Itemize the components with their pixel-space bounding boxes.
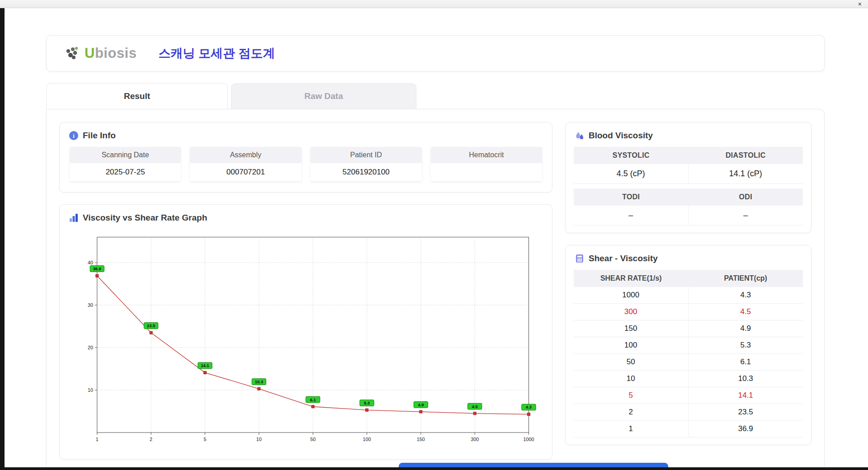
svg-text:6.1: 6.1 [310, 398, 316, 402]
column-header: SHEAR RATE(1/s) [574, 270, 689, 287]
bv-header-cell: DIASTOLIC [689, 147, 803, 164]
field-label: Hematocrit [431, 147, 542, 163]
page-title: 스캐닝 모세관 점도계 [158, 45, 275, 61]
footer-button-partial[interactable] [399, 463, 668, 467]
patient-cell: 6.1 [689, 354, 803, 371]
chart-area: 102030401251050100150300100036.923.514.1… [67, 229, 545, 452]
table-row: 514.1 [574, 387, 803, 404]
svg-text:4.5: 4.5 [472, 404, 478, 409]
calculator-icon [575, 254, 585, 263]
bv-value-cell: – [689, 206, 803, 226]
table-row: 506.1 [574, 354, 803, 371]
file-info-card: i File Info Scanning Date2025-07-25Assem… [59, 122, 552, 193]
field-label: Assembly [190, 147, 301, 163]
file-info-field: Scanning Date2025-07-25 [70, 147, 181, 181]
tab-result[interactable]: Result [46, 83, 228, 109]
patient-cell: 36.9 [689, 421, 803, 437]
svg-text:14.1: 14.1 [201, 363, 209, 368]
brand-name: Ubiosis [85, 45, 137, 61]
svg-text:1000: 1000 [524, 437, 534, 442]
graph-card: Viscosity vs Shear Rate Graph 1020304012… [59, 204, 552, 460]
svg-text:10: 10 [88, 387, 93, 393]
bv-value-row: –– [574, 206, 803, 226]
column-header: PATIENT(cp) [689, 270, 803, 287]
bv-header-cell: ODI [689, 188, 803, 206]
svg-text:100: 100 [363, 437, 371, 442]
table-row: 136.9 [574, 421, 803, 437]
patient-cell: 4.9 [689, 320, 803, 337]
patient-cell: 10.3 [689, 371, 803, 387]
bv-value-cell: 4.5 (cP) [574, 164, 689, 184]
file-info-title: File Info [83, 131, 116, 141]
patient-cell: 5.3 [689, 337, 803, 354]
shear-viscosity-card: Shear - Viscosity SHEAR RATE(1/s)PATIENT… [565, 245, 811, 445]
table-row: 223.5 [574, 404, 803, 421]
shear-rate-cell: 2 [574, 404, 689, 421]
droplet-icon [575, 131, 585, 141]
svg-text:23.5: 23.5 [147, 324, 155, 328]
svg-text:1: 1 [96, 437, 99, 442]
table-header-row: SHEAR RATE(1/s)PATIENT(cp) [574, 270, 803, 287]
svg-text:5: 5 [203, 437, 206, 442]
brand-logo: Ubiosis [64, 45, 137, 61]
field-value: 000707201 [190, 163, 301, 181]
table-row: 1010.3 [574, 371, 803, 387]
svg-text:10: 10 [256, 437, 262, 442]
field-value [431, 163, 542, 181]
blood-viscosity-grid: SYSTOLICDIASTOLIC4.5 (cP)14.1 (cP)TODIOD… [573, 147, 804, 226]
bv-value-cell: – [574, 206, 689, 226]
svg-text:5.3: 5.3 [364, 401, 370, 405]
shear-rate-cell: 100 [574, 337, 689, 354]
close-icon[interactable]: × [856, 0, 863, 8]
bv-value-cell: 14.1 (cP) [689, 164, 803, 184]
main-panel: i File Info Scanning Date2025-07-25Assem… [46, 109, 825, 467]
shear-rate-cell: 10 [574, 371, 689, 387]
tab-raw-data[interactable]: Raw Data [231, 83, 416, 109]
shear-viscosity-title: Shear - Viscosity [589, 254, 658, 263]
shear-rate-cell: 300 [574, 304, 689, 320]
bar-chart-icon [69, 213, 79, 223]
svg-text:150: 150 [417, 437, 425, 442]
patient-cell: 4.3 [689, 287, 803, 304]
field-value: 2025-07-25 [70, 163, 181, 181]
file-info-field: Assembly000707201 [190, 147, 301, 181]
brand-icon [64, 45, 80, 61]
svg-text:i: i [73, 132, 75, 139]
spacer [574, 184, 803, 188]
bv-header-row: SYSTOLICDIASTOLIC [574, 147, 803, 164]
shear-rate-cell: 1 [574, 421, 689, 437]
blood-viscosity-title: Blood Viscosity [589, 131, 653, 141]
blood-viscosity-card: Blood Viscosity SYSTOLICDIASTOLIC4.5 (cP… [565, 122, 811, 233]
svg-text:20: 20 [88, 345, 93, 350]
svg-text:4.3: 4.3 [526, 405, 532, 409]
shear-rate-cell: 5 [574, 387, 689, 404]
title-bar: × [0, 0, 868, 8]
patient-cell: 23.5 [689, 404, 803, 421]
patient-cell: 14.1 [689, 387, 803, 404]
file-info-fields: Scanning Date2025-07-25Assembly000707201… [67, 147, 545, 185]
table-row: 1005.3 [574, 337, 803, 354]
patient-cell: 4.5 [689, 304, 803, 320]
bv-header-cell: TODI [574, 188, 689, 206]
table-row: 3004.5 [574, 304, 803, 320]
viscosity-chart-svg: 102030401251050100150300100036.923.514.1… [71, 231, 540, 452]
field-value: 52061920100 [311, 163, 422, 181]
bv-value-row: 4.5 (cP)14.1 (cP) [574, 164, 803, 184]
header-card: Ubiosis 스캐닝 모세관 점도계 [46, 35, 825, 71]
svg-text:2: 2 [150, 437, 152, 442]
shear-rate-cell: 50 [574, 354, 689, 371]
bv-header-cell: SYSTOLIC [574, 147, 689, 164]
field-label: Patient ID [311, 147, 422, 163]
table-row: 10004.3 [574, 287, 803, 304]
table-row: 1504.9 [574, 320, 803, 337]
tab-bar: Result Raw Data [46, 83, 825, 109]
brand-suffix: biosis [95, 45, 137, 61]
svg-text:30: 30 [88, 302, 93, 308]
svg-text:50: 50 [310, 437, 316, 442]
graph-title: Viscosity vs Shear Rate Graph [83, 213, 207, 223]
svg-text:40: 40 [88, 260, 93, 265]
svg-text:36.9: 36.9 [93, 267, 101, 271]
app-window: Ubiosis 스캐닝 모세관 점도계 Result Raw Data i Fi… [5, 8, 868, 467]
shear-rate-cell: 150 [574, 320, 689, 337]
svg-text:10.3: 10.3 [255, 380, 263, 384]
